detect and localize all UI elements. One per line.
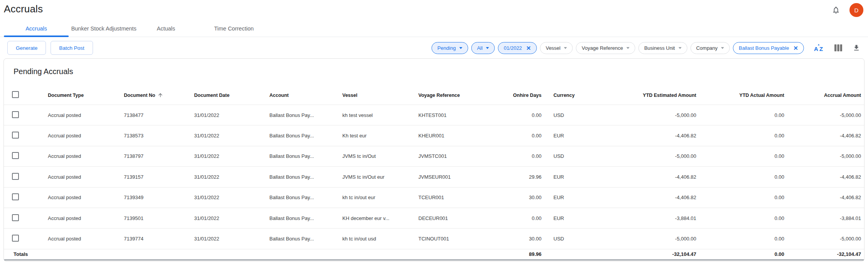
cell-account: Ballast Bonus Pay... [269,153,342,159]
cell-currency: EUR [545,195,621,200]
cell-document-type: Accrual posted [48,133,124,139]
table-header-row: Document Type Document No Document Date … [4,86,864,105]
cell-ytd-estimated-amount: -4,406.82 [621,174,700,180]
cell-ytd-actual-amount: 0.00 [700,133,788,139]
cell-account: Ballast Bonus Pay... [269,174,342,180]
tab-actuals[interactable]: Actuals [139,20,193,37]
row-checkbox[interactable] [12,152,19,159]
table-row: Accrual posted713879731/01/2022Ballast B… [4,146,864,166]
cell-document-date: 31/01/2022 [194,215,269,221]
filter-company[interactable]: Company [690,42,730,54]
cell-voyage-reference: TCEUR001 [418,195,498,200]
cell-document-no: 7139349 [124,195,194,200]
row-checkbox[interactable] [12,173,19,180]
cell-document-type: Accrual posted [48,236,124,242]
cell-document-date: 31/01/2022 [194,133,269,139]
totals-row: Totals 89.96 -32,104.47 0.00 -32,104.47 [4,249,864,261]
tab-accruals[interactable]: Accruals [4,20,69,37]
cell-account: Ballast Bonus Pay... [269,195,342,200]
row-checkbox[interactable] [12,235,19,242]
table-title: Pending Accruals [4,59,864,86]
table-row: Accrual posted713915731/01/2022Ballast B… [4,166,864,187]
tab-time-correction[interactable]: Time Correction [193,20,275,37]
totals-ytd-estimated-amount: -32,104.47 [621,251,700,257]
column-header-currency[interactable]: Currency [545,93,621,98]
chevron-down-icon [626,47,629,49]
filter-scope[interactable]: All [471,42,495,54]
column-header-document-no[interactable]: Document No [124,92,194,98]
cell-ytd-actual-amount: 0.00 [700,112,788,118]
cell-accrual-amount: -4,406.82 [788,174,864,180]
row-checkbox[interactable] [12,111,19,118]
filter-status[interactable]: Pending [431,42,468,54]
cell-document-type: Accrual posted [48,174,124,180]
cell-voyage-reference: JVMSTC001 [418,153,498,159]
column-header-vessel[interactable]: Vessel [342,93,418,98]
filter-account-ballast-bonus-payable[interactable]: Ballast Bonus Payable ✕ [733,42,804,54]
filter-bar: Pending All 01/2022 ✕ Vessel Voyage Refe… [431,42,860,54]
filter-vessel[interactable]: Vessel [540,42,573,54]
filter-voyage-reference[interactable]: Voyage Reference [576,42,635,54]
cell-currency: USD [545,236,621,242]
column-header-ytd-estimated-amount[interactable]: YTD Estimated Amount [621,93,700,98]
cell-currency: USD [545,153,621,159]
cell-onhire-days: 0.00 [498,112,545,118]
totals-label: Totals [4,251,124,257]
row-checkbox[interactable] [12,193,19,200]
filter-period[interactable]: 01/2022 ✕ [498,42,537,54]
pending-accruals-card: Pending Accruals Document Type Document … [3,58,865,262]
column-header-onhire-days[interactable]: Onhire Days [498,93,545,98]
column-header-accrual-amount[interactable]: Accrual Amount [788,93,864,98]
column-header-account[interactable]: Account [269,93,342,98]
row-checkbox[interactable] [12,214,19,221]
column-header-document-type[interactable]: Document Type [48,93,124,98]
notifications-bell-icon[interactable] [832,6,840,14]
cell-ytd-estimated-amount: -5,000.00 [621,153,700,159]
table-row: Accrual posted713934931/01/2022Ballast B… [4,187,864,208]
cell-accrual-amount: -5,000.00 [788,236,864,242]
cell-document-date: 31/01/2022 [194,195,269,200]
toolbar: Generate Batch Post Pending All 01/2022 … [0,37,868,58]
cell-document-no: 7139501 [124,215,194,221]
cell-vessel: Kh test eur [342,133,418,139]
cell-account: Ballast Bonus Pay... [269,133,342,139]
cell-account: Ballast Bonus Pay... [269,215,342,221]
cell-ytd-estimated-amount: -4,406.82 [621,195,700,200]
column-header-ytd-actual-amount[interactable]: YTD Actual Amount [700,93,788,98]
table-row: Accrual posted713847731/01/2022Ballast B… [4,105,864,125]
cell-vessel: kh tc in/out usd [342,236,418,242]
totals-onhire-days: 89.96 [498,251,545,257]
cell-document-date: 31/01/2022 [194,174,269,180]
download-icon[interactable] [853,44,860,52]
row-checkbox[interactable] [12,132,19,139]
cell-document-date: 31/01/2022 [194,112,269,118]
cell-document-no: 7139157 [124,174,194,180]
cell-ytd-estimated-amount: -4,406.82 [621,133,700,139]
batch-post-button[interactable]: Batch Post [51,41,93,55]
column-header-document-date[interactable]: Document Date [194,93,269,98]
cell-ytd-actual-amount: 0.00 [700,195,788,200]
column-header-voyage-reference[interactable]: Voyage Reference [418,93,498,98]
sort-alphabetical-icon[interactable]: A Z [814,44,824,52]
close-icon[interactable]: ✕ [526,45,531,51]
cell-currency: USD [545,112,621,118]
chevron-down-icon [459,47,462,49]
totals-ytd-actual-amount: 0.00 [700,251,788,257]
table-row: Accrual posted713857331/01/2022Ballast B… [4,125,864,146]
filter-business-unit[interactable]: Business Unit [638,42,687,54]
generate-button[interactable]: Generate [7,41,46,55]
cell-accrual-amount: -4,406.82 [788,195,864,200]
columns-icon[interactable] [834,44,843,52]
cell-document-type: Accrual posted [48,215,124,221]
svg-text:A: A [814,46,818,52]
user-avatar[interactable]: D [849,3,863,17]
cell-document-no: 7139774 [124,236,194,242]
tab-bunker-stock-adjustments[interactable]: Bunker Stock Adjustments [69,20,139,37]
cell-document-no: 7138797 [124,153,194,159]
chevron-down-icon [678,47,682,49]
cell-accrual-amount: -5,000.00 [788,153,864,159]
select-all-checkbox[interactable] [12,91,19,98]
cell-ytd-estimated-amount: -5,000.00 [621,236,700,242]
table-row: Accrual posted713950131/01/2022Ballast B… [4,208,864,228]
close-icon[interactable]: ✕ [793,45,798,51]
